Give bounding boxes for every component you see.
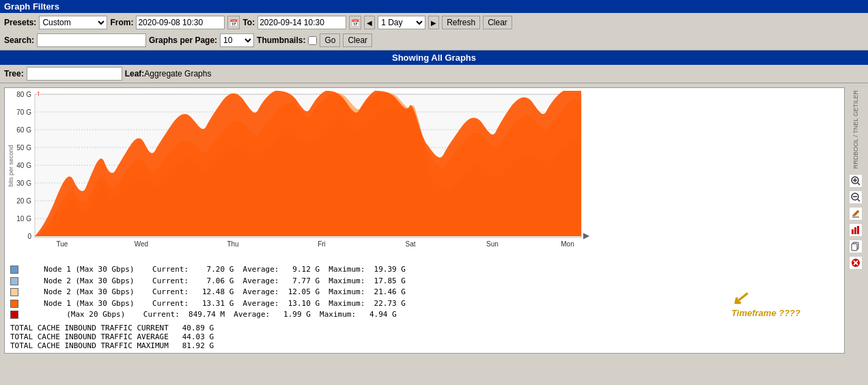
svg-text:0: 0 <box>27 233 31 240</box>
svg-text:bits per second: bits per second <box>8 145 14 186</box>
svg-text:20 G: 20 G <box>16 197 31 205</box>
from-date-input[interactable] <box>136 16 225 29</box>
legend-text-3: Node 2 (Max 30 Gbps) Current: 12.48 G Av… <box>21 287 406 298</box>
rrdbool-label: RRDBOOL / TNEL GETILER <box>852 90 859 169</box>
svg-rect-37 <box>852 229 854 234</box>
svg-rect-41 <box>852 244 857 251</box>
legend-color-2 <box>10 277 18 285</box>
legend-row-3: Node 2 (Max 30 Gbps) Current: 12.48 G Av… <box>10 287 841 298</box>
legend-text-5: (Max 20 Gbps) Current: 849.74 M Average:… <box>21 309 397 321</box>
svg-rect-39 <box>857 226 859 234</box>
chart-svg: 80 G 70 G 60 G 50 G 40 G 30 G 20 G 10 G … <box>8 91 595 261</box>
tree-input[interactable] <box>27 67 122 81</box>
legend-color-1 <box>10 266 18 274</box>
legend-color-5 <box>10 311 18 319</box>
svg-text:10 G: 10 G <box>16 215 31 223</box>
showing-all-text: Showing All Graphs <box>392 53 476 63</box>
thumbnails-label: Thumbnails: <box>257 35 305 45</box>
leaf-label: Leaf:Aggregate Graphs <box>125 69 212 79</box>
svg-text:Sat: Sat <box>405 240 415 248</box>
legend-area: Node 1 (Max 30 Gbps) Current: 7.20 G Ave… <box>8 264 841 350</box>
tree-label: Tree: <box>4 69 24 79</box>
main-wrapper: Graph Filters Presets: Custom From: 📅 To… <box>0 0 868 385</box>
svg-text:Tue: Tue <box>57 240 68 248</box>
graphs-per-page-label: Graphs per Page: <box>149 35 217 45</box>
leaf-value: Aggregate Graphs <box>144 69 211 79</box>
annotation-text: ↙ Timeframe ???? <box>731 289 800 318</box>
svg-text:60 G: 60 G <box>16 126 31 134</box>
graphs-per-page-select[interactable]: 10 25 50 <box>220 33 254 47</box>
total-current: TOTAL CACHE INBOUND TRAFFIC CURRENT 40.8… <box>10 324 841 332</box>
clear-button-2[interactable]: Clear <box>343 33 372 47</box>
total-average: TOTAL CACHE INBOUND TRAFFIC AVERAGE 44.0… <box>10 332 841 341</box>
side-toolbar: RRDBOOL / TNEL GETILER <box>848 87 864 354</box>
search-input[interactable] <box>37 33 146 47</box>
totals-area: TOTAL CACHE INBOUND TRAFFIC CURRENT 40.8… <box>10 324 841 350</box>
next-interval-button[interactable]: ▶ <box>428 16 439 29</box>
svg-text:80 G: 80 G <box>16 91 31 98</box>
graph-container: 80 G 70 G 60 G 50 G 40 G 30 G 20 G 10 G … <box>4 87 845 354</box>
timeframe-annotation: Timeframe ???? <box>731 308 800 318</box>
go-button[interactable]: Go <box>320 33 340 47</box>
svg-text:30 G: 30 G <box>16 180 31 187</box>
legend-row-4: Node 1 (Max 30 Gbps) Current: 13.31 G Av… <box>10 298 841 310</box>
zoom-out-button[interactable] <box>849 190 863 204</box>
legend-color-3 <box>10 288 18 296</box>
bar-chart-button[interactable] <box>849 223 863 237</box>
legend-text-1: Node 1 (Max 30 Gbps) Current: 7.20 G Ave… <box>21 264 406 276</box>
clear-button-1[interactable]: Clear <box>483 16 512 29</box>
svg-line-34 <box>858 199 860 201</box>
to-label: To: <box>242 18 255 27</box>
svg-text:Thu: Thu <box>227 240 238 248</box>
legend-row-1: Node 1 (Max 30 Gbps) Current: 7.20 G Ave… <box>10 264 841 276</box>
showing-all-bar: Showing All Graphs <box>0 51 868 65</box>
legend-text-4: Node 1 (Max 30 Gbps) Current: 13.31 G Av… <box>21 298 406 310</box>
svg-text:40 G: 40 G <box>16 162 31 169</box>
svg-line-30 <box>858 183 860 185</box>
zoom-in-button[interactable] <box>849 174 863 188</box>
main-content: 80 G 70 G 60 G 50 G 40 G 30 G 20 G 10 G … <box>0 83 868 358</box>
filter-row-1: Presets: Custom From: 📅 To: 📅 ◀ 1 Day ▶ … <box>4 16 864 29</box>
thumbnails-checkbox[interactable] <box>308 36 317 45</box>
to-calendar-button[interactable]: 📅 <box>349 16 361 29</box>
total-maximum: TOTAL CACHE INBOUND TRAFFIC MAXIMUM 81.9… <box>10 341 841 350</box>
refresh-button[interactable]: Refresh <box>442 16 480 29</box>
presets-label: Presets: <box>4 18 36 27</box>
from-label: From: <box>110 18 133 27</box>
svg-text:▶: ▶ <box>583 231 590 240</box>
filter-row-2: Search: Graphs per Page: 10 25 50 Thumbn… <box>4 32 864 47</box>
leaf-prefix: Leaf: <box>125 69 145 79</box>
svg-text:Mon: Mon <box>561 240 574 248</box>
graph-filters-header: Graph Filters <box>0 0 868 13</box>
delete-button[interactable] <box>849 256 863 270</box>
interval-select[interactable]: 1 Day <box>378 16 425 29</box>
svg-text:Wed: Wed <box>135 240 148 248</box>
svg-text:Fri: Fri <box>318 240 326 248</box>
edit-button[interactable] <box>849 207 863 220</box>
svg-text:Sun: Sun <box>486 240 499 248</box>
legend-color-4 <box>10 300 18 308</box>
from-calendar-button[interactable]: 📅 <box>227 16 240 29</box>
svg-text:70 G: 70 G <box>16 109 31 116</box>
legend-row-2: Node 2 (Max 30 Gbps) Current: 7.06 G Ave… <box>10 276 841 287</box>
search-label: Search: <box>4 35 34 45</box>
legend-row-5: (Max 20 Gbps) Current: 849.74 M Average:… <box>10 309 841 321</box>
header-title: Graph Filters <box>4 1 59 12</box>
to-date-input[interactable] <box>257 16 346 29</box>
svg-rect-38 <box>854 227 856 234</box>
legend-text-2: Node 2 (Max 30 Gbps) Current: 7.06 G Ave… <box>21 276 406 287</box>
svg-text:50 G: 50 G <box>16 144 31 152</box>
presets-select[interactable]: Custom <box>39 16 107 29</box>
tree-leaf-bar: Tree: Leaf:Aggregate Graphs <box>0 65 868 83</box>
copy-button[interactable] <box>849 240 863 253</box>
svg-text:↑: ↑ <box>36 91 40 98</box>
filters-bar: Presets: Custom From: 📅 To: 📅 ◀ 1 Day ▶ … <box>0 13 868 51</box>
prev-interval-button[interactable]: ◀ <box>364 16 375 29</box>
